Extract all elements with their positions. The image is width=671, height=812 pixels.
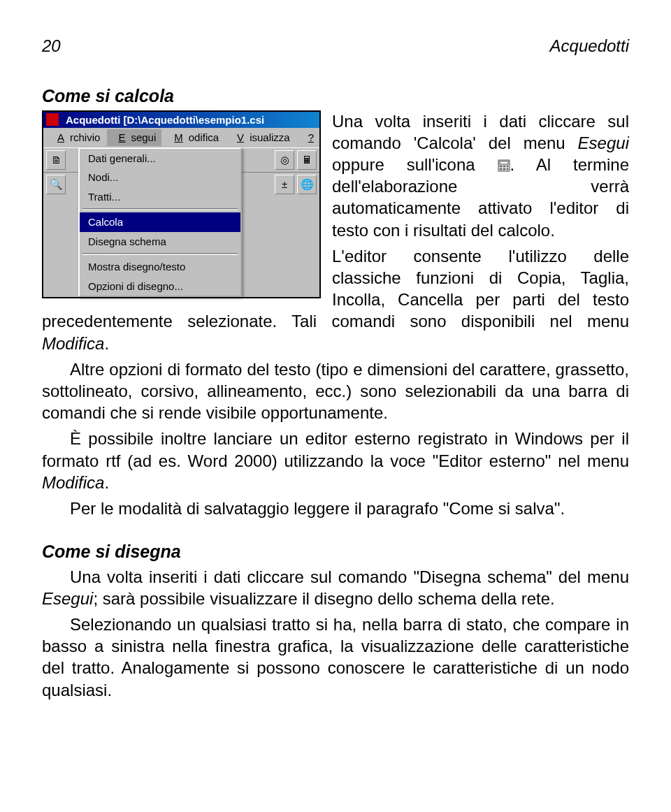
menubar: Archivio Esegui Modifica Visualizza ? xyxy=(43,128,319,147)
window-titlebar: Acquedotti [D:\Acquedotti\esempio1.csi xyxy=(43,112,319,129)
page-number: 20 xyxy=(42,35,61,57)
menu-item-dati-generali[interactable]: Dati generali... xyxy=(80,149,240,168)
calc-inline-icon xyxy=(498,159,510,172)
menu-modifica[interactable]: Modifica xyxy=(163,129,224,146)
toolbar-2b: ± 🌐 xyxy=(242,173,319,196)
paragraph-draw-1: Una volta inseriti i dati cliccare sul c… xyxy=(42,566,629,609)
zoom-in-icon[interactable]: 🔍 xyxy=(46,175,66,194)
menu-esegui[interactable]: Esegui xyxy=(107,129,161,146)
toolbar-1: 🗎 xyxy=(43,147,78,173)
app-screenshot: Acquedotti [D:\Acquedotti\esempio1.csi A… xyxy=(42,110,321,299)
menu-item-calcola[interactable]: Calcola xyxy=(80,212,240,232)
em-esegui-2: Esegui xyxy=(42,589,93,608)
add-node-icon[interactable]: ± xyxy=(275,175,294,194)
paragraph-calc-4: È possibile inoltre lanciare un editor e… xyxy=(42,428,629,493)
svg-rect-1 xyxy=(500,161,508,164)
globe-icon[interactable]: 🌐 xyxy=(297,175,317,194)
menu-item-tratti[interactable]: Tratti... xyxy=(80,187,240,207)
paragraph-calc-3: Altre opzioni di formato del testo (tipo… xyxy=(42,358,629,424)
svg-rect-6 xyxy=(503,168,505,170)
calc-icon[interactable]: 🖩 xyxy=(297,150,317,170)
page-header: 20 Acquedotti xyxy=(42,35,629,57)
em-modifica-2: Modifica xyxy=(42,473,104,492)
svg-rect-4 xyxy=(507,166,508,167)
esegui-dropdown: Dati generali... Nodi... Tratti... Calco… xyxy=(78,147,242,298)
em-esegui-1: Esegui xyxy=(578,133,629,152)
menu-item-mostra-disegno[interactable]: Mostra disegno/testo xyxy=(80,257,240,277)
svg-rect-3 xyxy=(503,166,505,167)
window-title: Acquedotti [D:\Acquedotti\esempio1.csi xyxy=(66,113,264,127)
menu-separator xyxy=(82,253,238,255)
menu-separator xyxy=(82,208,238,210)
section-title-draw: Come si disegna xyxy=(42,540,629,563)
menu-item-disegna-schema[interactable]: Disegna schema xyxy=(80,232,240,252)
toolbar-2: 🔍 xyxy=(43,173,78,196)
menu-archivio[interactable]: Archivio xyxy=(46,129,106,146)
menu-item-opzioni-disegno[interactable]: Opzioni di disegno... xyxy=(80,277,240,296)
em-modifica-1: Modifica xyxy=(42,334,104,353)
app-icon xyxy=(46,113,59,126)
menu-help[interactable]: ? xyxy=(297,129,325,146)
target-icon[interactable]: ◎ xyxy=(275,150,294,170)
section-title-calc: Come si calcola xyxy=(42,85,629,108)
new-file-icon[interactable]: 🗎 xyxy=(46,150,66,170)
svg-rect-7 xyxy=(507,168,508,170)
svg-rect-5 xyxy=(500,168,502,170)
menu-item-nodi[interactable]: Nodi... xyxy=(80,168,240,187)
svg-rect-2 xyxy=(500,166,502,167)
menu-visualizza[interactable]: Visualizza xyxy=(226,129,296,146)
paragraph-draw-2: Selezionando un qualsiasi tratto si ha, … xyxy=(42,614,629,701)
page-title: Acquedotti xyxy=(550,35,629,57)
paragraph-calc-5: Per le modalità di salvataggio leggere i… xyxy=(42,498,629,519)
toolbar-1b: ◎ 🖩 xyxy=(242,147,319,173)
